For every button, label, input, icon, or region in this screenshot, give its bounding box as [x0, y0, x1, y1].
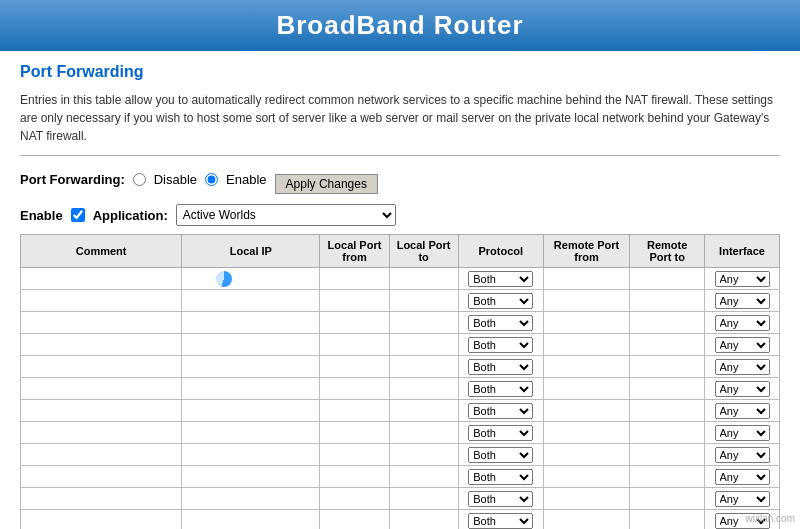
interface-select[interactable]: AnyWANLAN [715, 315, 770, 331]
lp-from-input[interactable] [324, 317, 384, 329]
interface-select[interactable]: AnyWANLAN [715, 403, 770, 419]
interface-select[interactable]: AnyWANLAN [715, 425, 770, 441]
protocol-select[interactable]: BothTCPUDP [468, 447, 533, 463]
rp-from-input[interactable] [548, 339, 625, 351]
rp-to-input[interactable] [634, 471, 700, 483]
interface-select[interactable]: AnyWANLAN [715, 469, 770, 485]
interface-select[interactable]: AnyWANLAN [715, 381, 770, 397]
comment-input[interactable] [25, 427, 177, 439]
local-ip-input[interactable] [186, 449, 315, 461]
rp-from-input[interactable] [548, 427, 625, 439]
local-ip-input[interactable] [186, 515, 315, 527]
lp-from-input[interactable] [324, 361, 384, 373]
lp-from-input[interactable] [324, 295, 384, 307]
local-ip-input[interactable] [186, 493, 315, 505]
rp-from-input[interactable] [548, 383, 625, 395]
rp-from-input[interactable] [548, 361, 625, 373]
enable-label[interactable]: Enable [226, 172, 266, 187]
lp-from-input[interactable] [324, 471, 384, 483]
local-ip-input[interactable] [186, 295, 315, 307]
rp-from-input[interactable] [548, 273, 625, 285]
rp-to-input[interactable] [634, 361, 700, 373]
protocol-select[interactable]: BothTCPUDP [468, 315, 533, 331]
enable-radio[interactable] [205, 173, 218, 186]
interface-select[interactable]: AnyWANLAN [715, 491, 770, 507]
protocol-select[interactable]: BothTCPUDP [468, 381, 533, 397]
rp-to-input[interactable] [634, 515, 700, 527]
comment-input[interactable] [25, 339, 177, 351]
rp-from-input[interactable] [548, 515, 625, 527]
rp-to-input[interactable] [634, 339, 700, 351]
lp-to-input[interactable] [394, 493, 454, 505]
lp-from-input[interactable] [324, 427, 384, 439]
local-ip-input[interactable] [186, 361, 315, 373]
rp-to-input[interactable] [634, 295, 700, 307]
comment-input[interactable] [25, 295, 177, 307]
comment-input[interactable] [25, 273, 177, 285]
lp-from-input[interactable] [324, 383, 384, 395]
interface-select[interactable]: AnyWANLAN [715, 271, 770, 287]
interface-select[interactable]: AnyWANLAN [715, 359, 770, 375]
comment-input[interactable] [25, 493, 177, 505]
lp-to-input[interactable] [394, 361, 454, 373]
comment-input[interactable] [25, 515, 177, 527]
protocol-select[interactable]: BothTCPUDP [468, 425, 533, 441]
lp-to-input[interactable] [394, 295, 454, 307]
rp-to-input[interactable] [634, 427, 700, 439]
interface-select[interactable]: AnyWANLAN [715, 447, 770, 463]
local-ip-input[interactable] [186, 471, 315, 483]
comment-input[interactable] [25, 405, 177, 417]
local-ip-input[interactable] [186, 427, 315, 439]
protocol-select[interactable]: BothTCPUDP [468, 293, 533, 309]
rp-to-input[interactable] [634, 273, 700, 285]
comment-input[interactable] [25, 361, 177, 373]
lp-to-input[interactable] [394, 383, 454, 395]
lp-to-input[interactable] [394, 273, 454, 285]
lp-from-input[interactable] [324, 273, 384, 285]
lp-from-input[interactable] [324, 493, 384, 505]
lp-to-input[interactable] [394, 405, 454, 417]
lp-to-input[interactable] [394, 427, 454, 439]
local-ip-input[interactable] [186, 383, 315, 395]
protocol-select[interactable]: BothTCPUDP [468, 403, 533, 419]
interface-select[interactable]: AnyWANLAN [715, 293, 770, 309]
comment-input[interactable] [25, 449, 177, 461]
rp-from-input[interactable] [548, 449, 625, 461]
disable-label[interactable]: Disable [154, 172, 197, 187]
lp-to-input[interactable] [394, 449, 454, 461]
lp-to-input[interactable] [394, 471, 454, 483]
rp-from-input[interactable] [548, 471, 625, 483]
rp-to-input[interactable] [634, 493, 700, 505]
rp-from-input[interactable] [548, 493, 625, 505]
protocol-select[interactable]: BothTCPUDP [468, 337, 533, 353]
apply-changes-button[interactable]: Apply Changes [275, 174, 378, 194]
interface-select[interactable]: AnyWANLAN [715, 337, 770, 353]
local-ip-input[interactable] [186, 317, 315, 329]
lp-from-input[interactable] [324, 339, 384, 351]
protocol-select[interactable]: BothTCPUDP [468, 271, 533, 287]
comment-input[interactable] [25, 471, 177, 483]
protocol-select[interactable]: BothTCPUDP [468, 513, 533, 529]
local-ip-input[interactable] [186, 405, 315, 417]
comment-input[interactable] [25, 317, 177, 329]
lp-to-input[interactable] [394, 317, 454, 329]
rp-to-input[interactable] [634, 405, 700, 417]
disable-radio[interactable] [133, 173, 146, 186]
local-ip-input[interactable] [186, 339, 315, 351]
lp-from-input[interactable] [324, 405, 384, 417]
rp-to-input[interactable] [634, 383, 700, 395]
rp-from-input[interactable] [548, 405, 625, 417]
rp-to-input[interactable] [634, 317, 700, 329]
comment-input[interactable] [25, 383, 177, 395]
rp-from-input[interactable] [548, 295, 625, 307]
rp-from-input[interactable] [548, 317, 625, 329]
lp-to-input[interactable] [394, 515, 454, 527]
lp-from-input[interactable] [324, 449, 384, 461]
protocol-select[interactable]: BothTCPUDP [468, 491, 533, 507]
protocol-select[interactable]: BothTCPUDP [468, 469, 533, 485]
enable-checkbox[interactable] [71, 208, 85, 222]
rp-to-input[interactable] [634, 449, 700, 461]
lp-to-input[interactable] [394, 339, 454, 351]
lp-from-input[interactable] [324, 515, 384, 527]
protocol-select[interactable]: BothTCPUDP [468, 359, 533, 375]
